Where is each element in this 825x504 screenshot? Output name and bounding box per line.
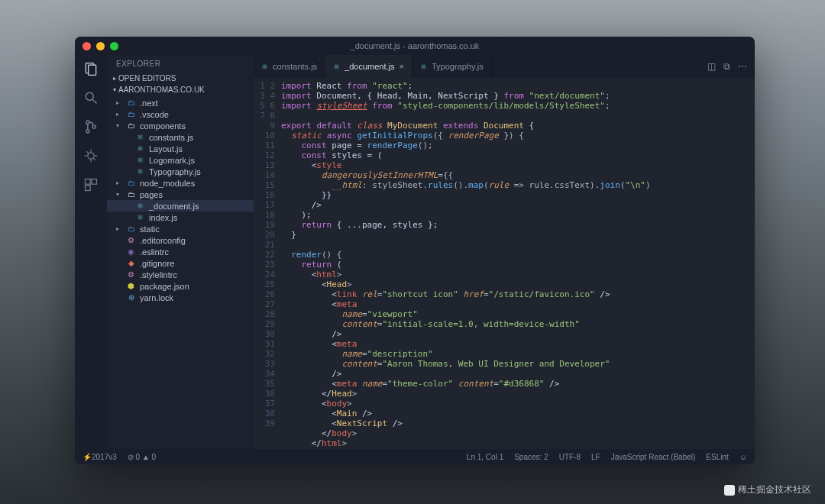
status-item[interactable]: JavaScript React (Babel)	[611, 453, 696, 461]
file-item[interactable]: ⊕yarn.lock	[107, 292, 254, 303]
search-icon[interactable]	[83, 90, 99, 105]
tree-item-label: constants.js	[149, 133, 193, 142]
file-item[interactable]: ◉.eslintrc	[107, 246, 254, 257]
file-item[interactable]: ⚛Layout.js	[107, 143, 254, 154]
code-content[interactable]: import React from "react";import Documen…	[281, 78, 755, 449]
editor-window: _document.js - aaronthomas.co.uk EXPLORE…	[75, 37, 755, 464]
tree-item-label: .vscode	[140, 110, 169, 119]
folder-item[interactable]: ▸🗀.next	[107, 97, 254, 108]
tree-item-label: pages	[140, 190, 163, 199]
file-item[interactable]: ⚙.stylelintrc	[107, 269, 254, 280]
svg-line-12	[86, 151, 89, 153]
diff-view-icon[interactable]: ⧉	[723, 61, 730, 72]
tree-item-label: node_modules	[140, 179, 195, 188]
config-icon: ⚙	[126, 270, 136, 279]
editor-area: ⚛constants.js⚛_document.js×⚛Typography.j…	[254, 55, 755, 449]
split-editor-icon[interactable]: ◫	[707, 61, 716, 72]
status-item[interactable]: UTF-8	[559, 453, 581, 461]
svg-point-2	[86, 92, 93, 100]
folder-icon: 🗀	[126, 109, 136, 119]
file-item[interactable]: ⚛Logomark.js	[107, 154, 254, 166]
react-icon: ⚛	[135, 201, 145, 211]
folder-open-icon: 🗀	[126, 189, 136, 199]
status-item[interactable]: ☺	[739, 453, 747, 461]
tree-item-label: index.js	[149, 213, 177, 222]
svg-rect-16	[86, 186, 91, 191]
svg-rect-1	[89, 65, 96, 75]
tree-item-label: Layout.js	[149, 144, 183, 153]
editor-tab[interactable]: ⚛constants.js	[254, 55, 325, 78]
svg-rect-14	[86, 179, 91, 185]
window-title: _document.js - aaronthomas.co.uk	[351, 41, 480, 50]
tree-item-label: yarn.lock	[140, 293, 173, 302]
status-item[interactable]: LF	[591, 453, 600, 461]
watermark: 稀土掘金技术社区	[724, 483, 811, 496]
file-item[interactable]: ⚛index.js	[107, 212, 254, 223]
svg-point-4	[86, 121, 89, 124]
react-icon: ⚛	[261, 63, 268, 71]
file-item[interactable]: ◆.gitignore	[107, 257, 254, 269]
file-item[interactable]: ⚙.editorconfig	[107, 234, 254, 246]
folder-icon: 🗀	[126, 178, 136, 188]
tree-item-label: _document.js	[149, 202, 199, 211]
tree-item-label: Typography.js	[149, 167, 201, 176]
folder-item[interactable]: ▾🗀pages	[107, 189, 254, 200]
eslint-icon: ◉	[126, 247, 136, 257]
explorer-icon[interactable]	[83, 61, 99, 76]
react-icon: ⚛	[135, 155, 145, 165]
close-window-button[interactable]	[82, 42, 91, 50]
status-item[interactable]: ⊘ 0 ▲ 0	[128, 453, 156, 461]
tree-item-label: .stylelintrc	[140, 270, 177, 279]
section-header[interactable]: OPEN EDITORS	[107, 73, 254, 84]
status-item[interactable]: ESLint	[706, 453, 728, 461]
folder-item[interactable]: ▸🗀.vscode	[107, 108, 254, 120]
extensions-icon[interactable]	[83, 177, 99, 192]
react-icon: ⚛	[135, 212, 145, 222]
svg-point-7	[88, 153, 94, 159]
tree-item-label: .gitignore	[140, 259, 174, 268]
svg-point-5	[86, 130, 89, 133]
activity-bar	[75, 55, 107, 449]
statusbar: ⚡2017v3⊘ 0 ▲ 0 Ln 1, Col 1Spaces: 2UTF-8…	[75, 449, 755, 464]
close-tab-icon[interactable]: ×	[400, 62, 404, 71]
file-item[interactable]: ⚛constants.js	[107, 131, 254, 143]
tree-item-label: .next	[140, 99, 158, 108]
folder-item[interactable]: ▸🗀node_modules	[107, 177, 254, 189]
status-item[interactable]: Spaces: 2	[514, 453, 548, 461]
minimize-window-button[interactable]	[96, 42, 105, 50]
more-actions-icon[interactable]: ⋯	[738, 61, 747, 72]
source-control-icon[interactable]	[83, 119, 99, 134]
tree-item-label: package.json	[140, 282, 189, 291]
tree-item-label: Logomark.js	[149, 156, 195, 165]
sidebar-title: EXPLORER	[107, 55, 254, 73]
status-item[interactable]: ⚡2017v3	[82, 453, 117, 461]
folder-item[interactable]: ▸🗀static	[107, 223, 254, 234]
debug-icon[interactable]	[83, 148, 99, 163]
status-item[interactable]: Ln 1, Col 1	[467, 453, 503, 461]
file-item[interactable]: ⚛_document.js	[107, 200, 254, 212]
traffic-lights	[82, 42, 118, 50]
git-icon: ◆	[126, 258, 136, 268]
svg-rect-15	[92, 179, 97, 185]
tree-item-label: components	[140, 121, 186, 131]
section-header[interactable]: AARONTHOMAS.CO.UK	[107, 84, 254, 95]
code-editor[interactable]: 1 2 3 4 5 6 7 8 9 10 11 12 13 14 15 16 1…	[254, 78, 755, 449]
maximize-window-button[interactable]	[110, 42, 118, 50]
yarn-icon: ⊕	[126, 292, 136, 302]
file-item[interactable]: ⬢package.json	[107, 280, 254, 292]
folder-icon: 🗀	[126, 224, 136, 234]
folder-open-icon: 🗀	[126, 121, 136, 131]
watermark-icon	[724, 485, 735, 496]
react-icon: ⚛	[135, 166, 145, 176]
file-item[interactable]: ⚛Typography.js	[107, 166, 254, 177]
tabs-bar: ⚛constants.js⚛_document.js×⚛Typography.j…	[254, 55, 755, 78]
tab-label: _document.js	[345, 62, 394, 71]
react-icon: ⚛	[135, 132, 145, 142]
titlebar[interactable]: _document.js - aaronthomas.co.uk	[75, 37, 755, 55]
editor-tab[interactable]: ⚛Typography.js	[412, 55, 492, 78]
tree-item-label: .eslintrc	[140, 247, 169, 257]
editor-tab[interactable]: ⚛_document.js×	[325, 55, 412, 78]
react-icon: ⚛	[420, 63, 427, 71]
svg-point-6	[92, 125, 95, 128]
folder-item[interactable]: ▾🗀components	[107, 120, 254, 131]
